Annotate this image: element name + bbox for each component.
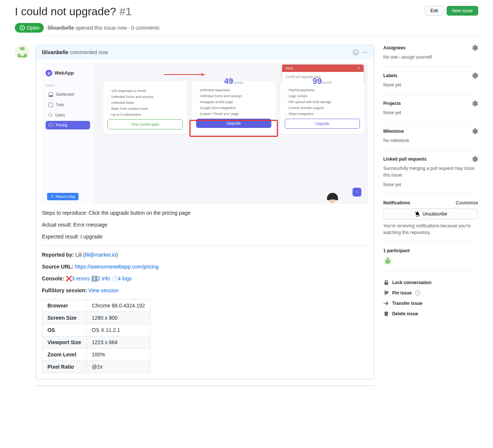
notifications-note: You're receiving notifications because y…	[383, 223, 478, 236]
gear-icon[interactable]	[472, 156, 478, 162]
arrow-right-icon	[383, 300, 389, 306]
issue-author-link[interactable]: lilivanbelle	[47, 25, 74, 31]
edit-button[interactable]: Edit	[425, 6, 444, 16]
customize-link[interactable]: Customize	[456, 200, 478, 205]
header-actions: Edit New issue	[425, 4, 478, 16]
labels-body: None yet	[383, 82, 478, 88]
assignees-body[interactable]: No one—assign yourself	[383, 54, 478, 60]
kebab-menu-icon[interactable]	[362, 49, 368, 55]
gear-icon[interactable]	[472, 128, 478, 134]
state-badge: Open	[15, 23, 44, 33]
lock-conversation[interactable]: Lock conversation	[383, 277, 478, 288]
table-row: Zoom Level100%	[42, 348, 150, 360]
linked-prs-desc: Successfully merging a pull request may …	[383, 165, 478, 178]
pin-issue[interactable]: Pin issue	[383, 288, 478, 298]
actual-result: Actual result: Error message	[42, 222, 368, 228]
svg-point-8	[367, 52, 368, 53]
pin-icon	[383, 290, 389, 296]
source-url: Source URL: https://awesomewebapp.com/pr…	[42, 264, 368, 270]
gear-icon[interactable]	[472, 101, 478, 106]
assignees-title: Assignees	[383, 45, 406, 50]
timeline-divider	[36, 385, 374, 386]
attached-screenshot[interactable]: ◎WebApp MENU Dashboard Todo Users Pricin…	[42, 63, 368, 204]
reporter-email-link[interactable]: lili@marker.io	[85, 252, 116, 258]
table-row: Viewport Size1223 x 664	[42, 336, 150, 348]
issue-open-icon	[19, 25, 25, 31]
author-avatar[interactable]	[15, 45, 30, 60]
svg-point-7	[365, 52, 366, 53]
svg-point-6	[363, 52, 364, 53]
environment-table: BrowserChrome 88.0.4324.192Screen Size12…	[42, 299, 150, 373]
unsubscribe-button[interactable]: Unsubscribe	[383, 208, 478, 220]
comment-header-text: lilivanbelle commented now	[42, 49, 108, 55]
issue-title: I could not upgrade? #1	[15, 4, 132, 19]
svg-rect-2	[22, 27, 23, 29]
console-logs-link[interactable]: 4 logs	[118, 276, 132, 281]
table-row: Screen Size1280 x 800	[42, 312, 150, 324]
expected-result: Expected result: I upgrade	[42, 234, 368, 240]
console-info-link[interactable]: 2 info	[97, 276, 110, 281]
svg-point-11	[417, 291, 418, 292]
comment-author-link[interactable]: lilivanbelle	[42, 49, 69, 55]
table-row: OSOS X 11.2.1	[42, 324, 150, 336]
svg-point-4	[355, 51, 355, 52]
table-row: BrowserChrome 88.0.4324.192	[42, 299, 150, 312]
bell-slash-icon	[414, 211, 420, 217]
comment-body: ◎WebApp MENU Dashboard Todo Users Pricin…	[36, 59, 374, 379]
issue-header: I could not upgrade? #1 Edit New issue O…	[15, 0, 478, 36]
delete-issue[interactable]: Delete issue	[383, 309, 478, 319]
trash-icon	[383, 311, 389, 317]
notifications-title: Notifications	[383, 200, 410, 205]
svg-point-5	[356, 51, 357, 52]
fullstory-line: FullStory session: View session	[42, 287, 368, 293]
gear-icon[interactable]	[472, 73, 478, 79]
reported-by: Reported by: Lili (lili@marker.io)	[42, 252, 368, 258]
comment-box: lilivanbelle commented now	[36, 45, 374, 379]
issue-subtext: lilivanbelle opened this issue now · 0 c…	[47, 25, 159, 31]
fullstory-link[interactable]: View session	[88, 287, 118, 293]
projects-body: None yet	[383, 109, 478, 116]
emoji-reaction-icon[interactable]	[353, 49, 359, 56]
sidebar: Assignees No one—assign yourself Labels …	[383, 45, 478, 389]
console-errors-link[interactable]: 3 errors	[72, 276, 90, 281]
lock-icon	[383, 280, 389, 286]
table-row: Pixel Ratio@2x	[42, 360, 150, 373]
svg-point-1	[22, 26, 23, 27]
linked-prs-body: None yet	[383, 181, 478, 188]
gear-icon[interactable]	[472, 45, 478, 51]
linked-prs-title: Linked pull requests	[383, 157, 427, 162]
svg-rect-12	[417, 293, 418, 294]
steps-to-reproduce: Steps to reproduce: Click the upgrade bu…	[42, 210, 368, 216]
participant-avatar[interactable]	[383, 256, 392, 265]
milestone-body: No milestone	[383, 137, 478, 144]
new-issue-button[interactable]: New issue	[447, 6, 478, 16]
participants-title: 1 participant	[383, 248, 410, 253]
console-line: Console: ❌3 errors ℹ️2 info 📄4 logs	[42, 276, 368, 281]
milestone-title: Milestone	[383, 129, 404, 134]
transfer-issue[interactable]: Transfer issue	[383, 298, 478, 309]
svg-point-3	[353, 49, 359, 55]
info-icon	[415, 290, 421, 296]
projects-title: Projects	[383, 101, 401, 106]
labels-title: Labels	[383, 73, 397, 78]
source-url-link[interactable]: https://awesomewebapp.com/pricing	[75, 264, 159, 270]
